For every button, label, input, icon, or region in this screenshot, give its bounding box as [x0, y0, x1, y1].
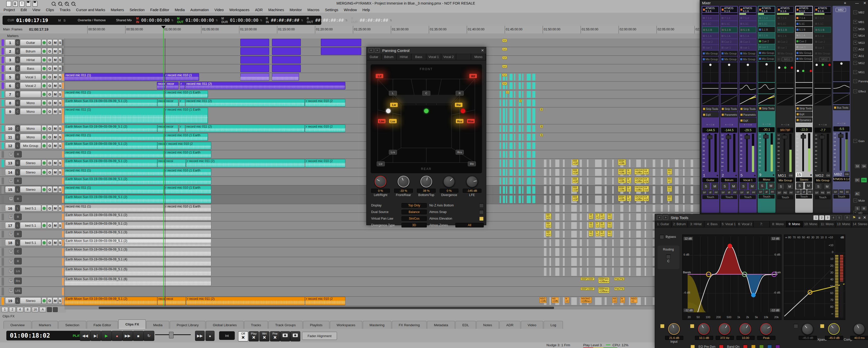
- mute-button[interactable]: M: [53, 297, 58, 304]
- strip-btn-sf[interactable]: SF: [720, 190, 726, 195]
- bus-row-5.1C[interactable]: 5.1C: [702, 21, 719, 26]
- automation-chip[interactable]: AA: [502, 82, 507, 85]
- strip-solo-button[interactable]: S: [759, 182, 766, 189]
- tab-workspaces[interactable]: Workspaces: [330, 321, 362, 329]
- automation-chip[interactable]: §§ <O: [600, 222, 604, 228]
- bus-row-cue1[interactable]: cue 1: [758, 44, 775, 50]
- subtrack-mode-button[interactable]: R: [14, 258, 22, 264]
- mute-button[interactable]: M: [53, 160, 58, 166]
- fader-slot[interactable]: [802, 133, 804, 171]
- automation-chip[interactable]: NSO <C: [630, 297, 637, 303]
- bus-header[interactable]: ATMOS 9.1.6: [702, 6, 719, 13]
- st-bank-5[interactable]: 5: [837, 215, 842, 220]
- strip-btn-ø[interactable]: Ø: [708, 190, 713, 195]
- strip-btn-re[interactable]: RE: [839, 190, 844, 194]
- side-button-ac[interactable]: AC: [854, 191, 860, 196]
- track-name[interactable]: bed 5.1: [20, 239, 41, 246]
- fader-slot[interactable]: [783, 134, 785, 172]
- strip-fade-thumbnail[interactable]: [814, 95, 831, 105]
- fader-handle[interactable]: [819, 135, 825, 139]
- solo-button[interactable]: S: [58, 99, 62, 106]
- automation-chip[interactable]: §§! <C: [667, 177, 672, 183]
- new-project-icon[interactable]: [6, 1, 11, 7]
- record-arm-button[interactable]: [41, 48, 47, 54]
- track-number[interactable]: 4: [5, 65, 15, 72]
- automation-chip[interactable]: NS <O: [612, 297, 617, 303]
- track-number[interactable]: 17: [5, 222, 15, 229]
- zoom-preset-1[interactable]: 1: [2, 307, 8, 312]
- sidebar-panning[interactable]: −Panning: [853, 79, 868, 83]
- st-tab-8-Mono[interactable]: 8: Mono: [770, 221, 786, 227]
- automation-chip[interactable]: SX218 <Offlin: [634, 177, 643, 183]
- audio-clip[interactable]: Earth Moon Sun 03-19-09+03-09-09_5.1 (3): [64, 248, 211, 256]
- speaker-Rw[interactable]: Rw: [455, 103, 462, 107]
- track-mode-button[interactable]: C: [16, 134, 20, 140]
- pan-knob-divergence[interactable]: [443, 176, 455, 187]
- st-bank-r[interactable]: R: [845, 215, 850, 220]
- strip-btn-ø[interactable]: Ø: [801, 190, 807, 194]
- stop-button[interactable]: ■: [133, 331, 144, 341]
- fx-toolbar[interactable]: + − □ ≡: [833, 122, 850, 126]
- panner-tab-blank[interactable]: [456, 54, 471, 60]
- automation-chip[interactable]: NSO <Offli: [539, 297, 547, 303]
- subtrack-mode-button[interactable]: R: [14, 231, 22, 237]
- fx-eqx[interactable]: EqX: [796, 111, 812, 117]
- bus-header[interactable]: ATMOS 9.1.6: [777, 6, 794, 13]
- strip-btn-sf[interactable]: SF: [758, 190, 763, 194]
- clip-block[interactable]: [240, 56, 269, 64]
- audio-clip[interactable]: record mic 011 (1): [64, 168, 164, 176]
- track-mode-button[interactable]: L: [16, 222, 20, 229]
- panner-tab-HiHat[interactable]: HiHat: [397, 54, 411, 60]
- side-button-m[interactable]: M: [861, 206, 867, 211]
- automation-chip[interactable]: § <(: [595, 230, 599, 236]
- subtrack-mode-button[interactable]: LFE: [14, 287, 22, 294]
- st-tab-11-Mono[interactable]: 11: Mono: [819, 221, 835, 227]
- audio-clip[interactable]: r: [179, 99, 185, 107]
- bus-row-MixGroup[interactable]: Mix Group: [721, 51, 738, 56]
- audio-clip[interactable]: r record mic 011 (2): [186, 159, 305, 167]
- subtrack-mode-button[interactable]: R: [14, 151, 22, 157]
- import-icon[interactable]: [20, 1, 24, 7]
- bypass-checkbox[interactable]: [659, 235, 664, 239]
- fader-handle[interactable]: [801, 135, 806, 139]
- track-name[interactable]: Stereo: [20, 169, 41, 176]
- bus-row-7.1.4[interactable]: 7.1.4: [758, 15, 775, 21]
- audio-clip[interactable]: r record mic 010 (1 Earth: [164, 168, 211, 176]
- bus-row-Cue2[interactable]: Cue 2: [702, 39, 719, 44]
- speaker-Rss[interactable]: Rss: [456, 119, 463, 123]
- track-name[interactable]: Bdrum: [20, 48, 41, 54]
- side-button-s3[interactable]: S3: [854, 164, 860, 169]
- track-number[interactable]: 2: [5, 48, 15, 54]
- subtrack-mode-button[interactable]: R: [14, 196, 22, 202]
- automation-chip[interactable]: § <(: [595, 222, 599, 228]
- audio-clip[interactable]: record mic 011 (1): [64, 90, 164, 98]
- clip-block[interactable]: [240, 65, 269, 72]
- menu-view[interactable]: View: [32, 8, 40, 12]
- menu-window[interactable]: Window: [344, 8, 357, 12]
- solo-button[interactable]: S: [58, 82, 62, 89]
- sidebar-mg2[interactable]: −MG2: [853, 61, 865, 65]
- strip-pan-pad[interactable]: [796, 62, 812, 82]
- bus-row-5.1B[interactable]: 5.1 B: [740, 27, 756, 33]
- tab-edl[interactable]: EDL: [455, 321, 476, 329]
- st-tab-10-Mono[interactable]: 10: Mono: [803, 221, 819, 227]
- output-button[interactable]: O: [47, 222, 52, 229]
- option-value[interactable]: All: [455, 223, 484, 227]
- strip-mute-button[interactable]: M: [749, 183, 756, 190]
- fx-toolbar[interactable]: + − □ ≡: [720, 123, 738, 127]
- automation-chip[interactable]: AA: [502, 65, 507, 68]
- zoom-in-icon[interactable]: +: [64, 2, 69, 7]
- strip-btn-ø[interactable]: Ø: [745, 190, 750, 195]
- track-number[interactable]: 6: [5, 82, 15, 89]
- strip-fade-thumbnail[interactable]: [740, 95, 756, 105]
- track-mode-button[interactable]: C: [16, 65, 20, 72]
- automation-chip[interactable]: SX <Ot: [643, 186, 649, 192]
- knob-checkbox[interactable]: [660, 324, 664, 328]
- bus-row-5.1A[interactable]: 5.1 A: [702, 33, 719, 38]
- prev-icon[interactable]: <: [369, 48, 374, 53]
- record-button[interactable]: ●: [112, 331, 122, 341]
- zoom-preset-16[interactable]: 16: [32, 307, 38, 312]
- audio-clip[interactable]: r: [179, 125, 185, 132]
- expand-icon[interactable]: ⊞: [9, 232, 13, 236]
- mixer-close-icon[interactable]: ✕: [863, 1, 866, 5]
